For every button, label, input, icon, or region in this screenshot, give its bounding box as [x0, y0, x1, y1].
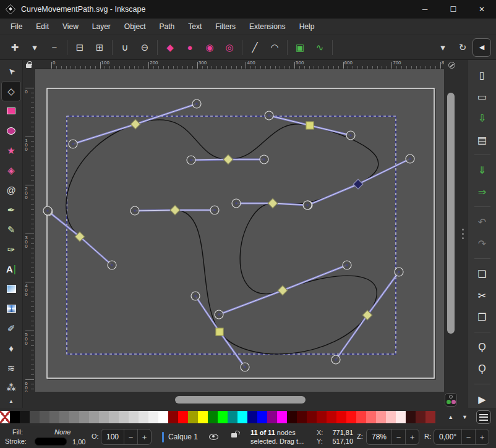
toolbox-scroll-down-icon[interactable]: ▲ — [9, 399, 14, 404]
path-node-cusp[interactable] — [306, 122, 314, 129]
horizontal-scrollbar-thumb[interactable] — [175, 396, 306, 404]
text-tool[interactable]: A| — [2, 260, 20, 279]
opacity-value[interactable]: 100 — [101, 433, 124, 441]
swatch-#500000[interactable] — [297, 411, 307, 423]
layer-lock-icon[interactable] — [231, 433, 237, 437]
open-document-button[interactable]: ▭ — [472, 88, 492, 105]
swatch-#2b0000[interactable] — [287, 411, 297, 423]
copy-button[interactable]: ❏ — [472, 265, 492, 282]
print-button[interactable]: ▤ — [472, 131, 492, 148]
rotation-value[interactable]: 0,00° — [434, 433, 461, 441]
stroke-width-value[interactable]: 1,00 — [72, 438, 85, 446]
redo-button[interactable]: ↷ — [472, 235, 492, 252]
swatch-#f0f0f0[interactable] — [148, 411, 158, 423]
commandbar-expand-button[interactable]: ▶ — [472, 391, 492, 408]
smooth-node-button[interactable]: ● — [180, 38, 200, 57]
swatch-#008000[interactable] — [208, 411, 218, 423]
swatch-#565656[interactable] — [40, 411, 49, 423]
swatch-#ff3c3c[interactable] — [356, 411, 366, 423]
swatch-#e2e2e2[interactable] — [139, 411, 148, 423]
vertical-ruler[interactable]: 0100200300400500600 — [23, 69, 35, 392]
swatch-#c6c6c6[interactable] — [119, 411, 129, 423]
dropper-tool[interactable]: ✐ — [2, 319, 20, 338]
zoom-increase-button[interactable]: + — [405, 429, 419, 445]
swatch-#ffffff[interactable] — [158, 411, 168, 423]
opacity-increase-button[interactable]: + — [137, 429, 151, 445]
menu-item-view[interactable]: View — [56, 20, 85, 33]
layer-visibility-eye-icon[interactable] — [209, 434, 218, 440]
menu-item-filters[interactable]: Filters — [208, 20, 242, 33]
rotation-decrease-button[interactable]: − — [461, 429, 475, 445]
swatch-#ff0000[interactable] — [178, 411, 188, 423]
swatch-#161616[interactable] — [20, 411, 30, 423]
delete-segment-button[interactable]: ⊖ — [135, 38, 155, 57]
new-document-button[interactable]: ▯ — [472, 66, 492, 83]
menu-item-extensions[interactable]: Extensions — [242, 20, 293, 33]
join-nodes-button[interactable]: ⊞ — [90, 38, 109, 57]
close-button[interactable]: ✕ — [468, 0, 496, 19]
palette-scroll-down-icon[interactable]: ▼ — [462, 414, 468, 420]
swatch-#ff9696[interactable] — [376, 411, 386, 423]
node-tool[interactable]: ◇ — [2, 82, 20, 101]
save-document-button[interactable]: ⇩ — [472, 109, 492, 127]
cut-button[interactable]: ✂ — [472, 287, 492, 304]
swatch-#ff6969[interactable] — [366, 411, 376, 423]
tweak-tool[interactable]: ≋ — [2, 358, 20, 378]
maximize-button[interactable]: ☐ — [439, 0, 468, 19]
dock-grip[interactable] — [458, 60, 468, 408]
swatch-#aaaaaa[interactable] — [99, 411, 109, 423]
curve-segment-button[interactable]: ◠ — [265, 38, 284, 57]
paste-button[interactable]: ❐ — [472, 308, 492, 326]
menu-item-help[interactable]: Help — [293, 20, 322, 33]
layer-name[interactable]: Calque 1 — [168, 433, 198, 441]
swatch-#00ff00[interactable] — [218, 411, 228, 423]
swatch-#00008b[interactable] — [247, 411, 257, 423]
menu-item-text[interactable]: Text — [181, 20, 208, 33]
swatch-#008b8b[interactable] — [228, 411, 237, 423]
swatch-#000000[interactable] — [10, 411, 20, 423]
pen-tool[interactable]: ✒ — [2, 200, 20, 219]
export-button[interactable]: ⇒ — [472, 183, 492, 200]
swatch-none[interactable] — [0, 411, 10, 423]
vertical-scrollbar[interactable] — [444, 69, 458, 392]
undo-button[interactable]: ↶ — [472, 213, 492, 230]
break-path-button[interactable]: ⊟ — [70, 38, 90, 57]
stroke-to-path-button[interactable]: ∿ — [310, 38, 330, 57]
swatch-#9c9c9c[interactable] — [89, 411, 99, 423]
menu-item-layer[interactable]: Layer — [85, 20, 118, 33]
swatch-#b8b8b8[interactable] — [109, 411, 119, 423]
swatch-#8b0000[interactable] — [168, 411, 178, 423]
gradient-tool[interactable] — [2, 279, 20, 298]
stroke-swatch[interactable] — [35, 437, 67, 446]
canvas[interactable] — [35, 69, 444, 392]
horizontal-scrollbar[interactable] — [35, 392, 444, 408]
swatch-#484848[interactable] — [30, 411, 40, 423]
corner-node-button[interactable]: ◆ — [160, 38, 180, 57]
palette-scroll-up-icon[interactable]: ▲ — [448, 414, 453, 420]
swatch-#ffff00[interactable] — [198, 411, 208, 423]
display-mode-icon[interactable] — [446, 61, 457, 70]
menu-item-path[interactable]: Path — [153, 20, 182, 33]
swatch-#ff0f0f[interactable] — [346, 411, 356, 423]
swatch-#a0a000[interactable] — [188, 411, 198, 423]
vertical-scrollbar-thumb[interactable] — [447, 93, 455, 334]
swatch-#727272[interactable] — [59, 411, 69, 423]
line-segment-button[interactable]: ╱ — [245, 38, 265, 57]
import-button[interactable]: ⇓ — [472, 161, 492, 179]
menu-item-edit[interactable]: Edit — [29, 20, 56, 33]
menu-item-object[interactable]: Object — [118, 20, 153, 33]
toolbar-collapse-button[interactable]: ◀ — [472, 38, 491, 57]
zoom-value[interactable]: 78% — [367, 433, 391, 441]
swatch-#0000ff[interactable] — [257, 411, 267, 423]
calligraphy-tool[interactable]: ✑ — [2, 240, 20, 259]
rotate-view-icon[interactable]: ↻ — [453, 38, 472, 57]
swatch-#00ffff[interactable] — [237, 411, 247, 423]
zoom-selection-button[interactable]: Ϙ — [472, 339, 492, 356]
swatch-#ff00ff[interactable] — [277, 411, 287, 423]
swatch-#2e0d0d[interactable] — [406, 411, 416, 423]
swatch-#d4d4d4[interactable] — [129, 411, 139, 423]
swatch-#e40000[interactable] — [336, 411, 346, 423]
spray-tool[interactable]: ⁂ — [2, 378, 20, 397]
swatch-#ffc3c3[interactable] — [386, 411, 396, 423]
palette-menu-button[interactable] — [476, 410, 491, 424]
